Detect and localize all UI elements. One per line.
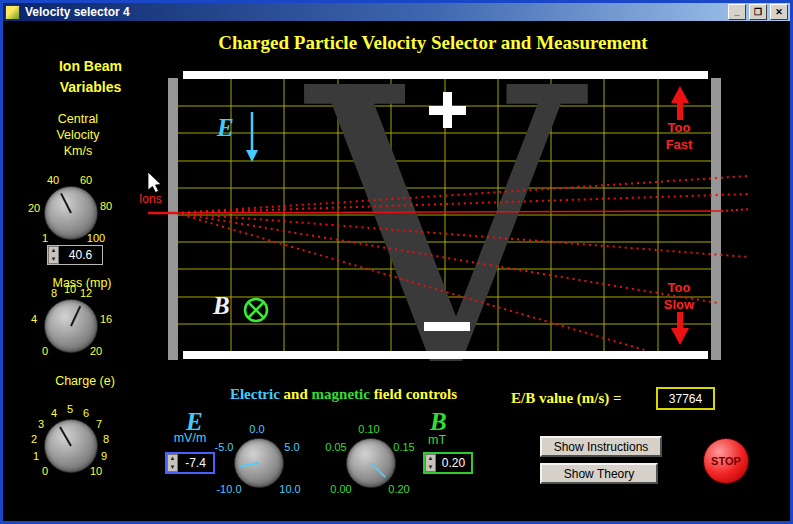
dial-tick: 20 — [90, 345, 102, 357]
ion-trajectories — [148, 176, 751, 351]
dial-tick: 8 — [51, 287, 57, 299]
selector-plates — [168, 71, 721, 360]
page-title: Charged Particle Velocity Selector and M… — [83, 32, 783, 54]
dial-tick: 0.05 — [325, 441, 346, 453]
dial-tick: 16 — [100, 313, 112, 325]
b-field-label: B — [213, 292, 230, 320]
velocity-knob[interactable] — [44, 186, 98, 240]
dial-tick: 40 — [47, 174, 59, 186]
dial-tick: 9 — [101, 450, 107, 462]
b-dial-symbol: B — [430, 408, 447, 436]
dial-tick: -10.0 — [216, 483, 241, 495]
dial-tick: 10 — [64, 283, 76, 295]
velocity-knob-needle — [60, 193, 72, 214]
mouse-cursor-icon — [148, 172, 161, 193]
too-slow-arrow-icon — [671, 312, 689, 345]
window-title: Velocity selector 4 — [23, 5, 725, 19]
mass-knob[interactable] — [44, 299, 98, 353]
b-dial-unit: mT — [417, 433, 457, 447]
e-field-arrow-icon — [246, 112, 258, 162]
minus-electrode-icon — [424, 322, 470, 331]
dial-tick: 5.0 — [284, 441, 299, 453]
b-field-into-page-icon — [245, 299, 267, 321]
dial-tick: 1 — [42, 232, 48, 244]
dial-tick: 0.00 — [330, 483, 351, 495]
b-field-knob[interactable] — [346, 438, 396, 488]
dial-tick: 0.10 — [358, 423, 379, 435]
dial-tick: 0.20 — [388, 483, 409, 495]
eb-value-display: 37764 — [656, 387, 715, 410]
ion-beam-heading: Ion Beam Variables — [28, 56, 153, 98]
e-field-label: E — [217, 114, 234, 142]
charge-knob[interactable] — [44, 419, 98, 473]
dial-tick: 60 — [80, 174, 92, 186]
maximize-button[interactable]: ❐ — [749, 4, 767, 20]
mass-knob-needle — [70, 306, 81, 327]
window-icon — [5, 5, 20, 20]
dial-tick: 7 — [96, 418, 102, 430]
b-field-knob-needle — [370, 462, 386, 478]
dial-tick: 10 — [90, 465, 102, 477]
e-field-knob-needle — [239, 462, 259, 467]
dial-tick: 4 — [51, 407, 57, 419]
ions-label: Ions — [139, 192, 162, 206]
show-instructions-button[interactable]: Show Instructions — [540, 436, 662, 457]
eb-value-label: E/B value (m/s) = — [511, 390, 622, 407]
dial-tick: 80 — [100, 200, 112, 212]
velocity-spinner[interactable]: ▲▼ — [48, 246, 59, 264]
dial-tick: 2 — [31, 433, 37, 445]
titlebar[interactable]: Velocity selector 4 _ ❐ ✕ — [3, 3, 790, 21]
dial-tick: 20 — [28, 202, 40, 214]
too-fast-arrow-icon — [671, 86, 689, 120]
close-button[interactable]: ✕ — [770, 4, 788, 20]
show-theory-button[interactable]: Show Theory — [540, 463, 658, 484]
dial-tick: 0.0 — [249, 423, 264, 435]
e-field-spinner[interactable]: ▲▼ — [167, 454, 178, 472]
dial-tick: 10.0 — [279, 483, 300, 495]
dial-tick: 8 — [103, 433, 109, 445]
dial-tick: 1 — [33, 450, 39, 462]
b-field-spinner[interactable]: ▲▼ — [425, 454, 436, 472]
dial-tick: 4 — [31, 313, 37, 325]
b-field-value[interactable]: ▲▼ 0.20 — [423, 452, 473, 474]
e-field-value[interactable]: ▲▼ -7.4 — [165, 452, 215, 474]
minimize-button[interactable]: _ — [728, 4, 746, 20]
dial-tick: 0 — [42, 345, 48, 357]
dial-tick: -5.0 — [215, 441, 234, 453]
e-dial-unit: mV/m — [160, 431, 220, 445]
plus-electrode-icon — [429, 92, 466, 128]
field-controls-title: Electric and magnetic field controls — [181, 386, 506, 403]
velocity-label: Central Velocity Km/s — [23, 111, 133, 159]
too-fast-label: Too Fast — [653, 119, 705, 153]
dial-tick: 6 — [83, 407, 89, 419]
charge-knob-needle — [59, 426, 72, 446]
chamber-grid — [178, 79, 711, 351]
e-field-knob[interactable] — [234, 438, 284, 488]
too-slow-label: Too Slow — [653, 279, 705, 313]
velocity-value[interactable]: ▲▼ 40.6 — [47, 245, 103, 265]
dial-tick: 5 — [67, 403, 73, 415]
dial-tick: 100 — [87, 232, 105, 244]
dial-tick: 3 — [38, 418, 44, 430]
client-area: V — [3, 21, 790, 521]
dial-tick: 0 — [42, 465, 48, 477]
dial-tick: 0.15 — [393, 441, 414, 453]
app-window: Velocity selector 4 _ ❐ ✕ V — [0, 0, 793, 524]
dial-tick: 12 — [80, 287, 92, 299]
stop-button[interactable]: STOP — [703, 438, 749, 484]
charge-label: Charge (e) — [30, 373, 140, 389]
